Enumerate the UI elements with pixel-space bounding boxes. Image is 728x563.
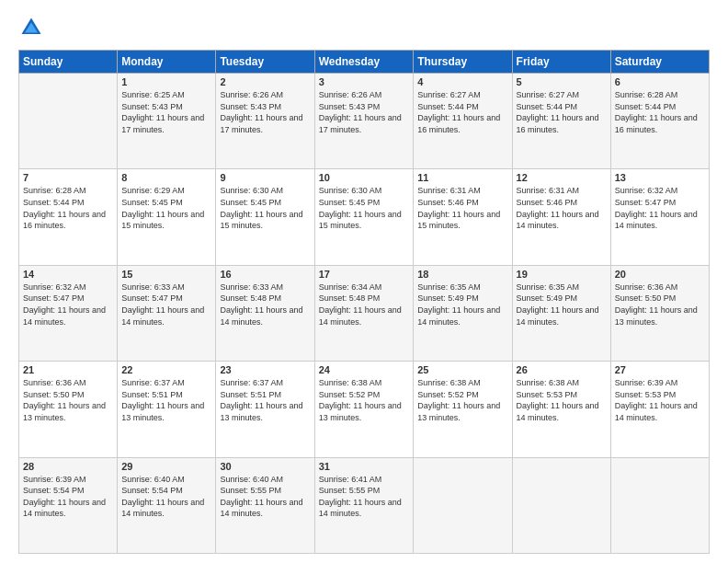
day-info: Sunrise: 6:40 AMSunset: 5:54 PMDaylight:…	[121, 474, 211, 520]
day-cell	[414, 457, 512, 553]
day-number: 12	[517, 172, 607, 183]
day-cell: 2Sunrise: 6:26 AMSunset: 5:43 PMDaylight…	[216, 74, 314, 169]
day-info: Sunrise: 6:28 AMSunset: 5:44 PMDaylight:…	[23, 185, 113, 231]
day-number: 20	[615, 269, 705, 280]
day-number: 14	[23, 269, 113, 280]
day-info: Sunrise: 6:33 AMSunset: 5:48 PMDaylight:…	[220, 282, 310, 327]
week-row-4: 21Sunrise: 6:36 AMSunset: 5:50 PMDayligh…	[19, 362, 710, 457]
day-info: Sunrise: 6:32 AMSunset: 5:47 PMDaylight:…	[23, 282, 113, 327]
day-info: Sunrise: 6:30 AMSunset: 5:45 PMDaylight:…	[220, 185, 310, 231]
day-number: 28	[23, 461, 113, 472]
day-number: 16	[220, 269, 310, 280]
day-number: 25	[417, 364, 507, 375]
day-info: Sunrise: 6:40 AMSunset: 5:55 PMDaylight:…	[220, 474, 310, 520]
logo	[18, 15, 46, 40]
day-number: 10	[319, 172, 410, 183]
day-number: 23	[220, 364, 310, 375]
day-cell: 12Sunrise: 6:31 AMSunset: 5:46 PMDayligh…	[512, 169, 610, 265]
day-cell: 7Sunrise: 6:28 AMSunset: 5:44 PMDaylight…	[19, 169, 118, 265]
day-cell: 24Sunrise: 6:38 AMSunset: 5:52 PMDayligh…	[314, 362, 414, 457]
day-cell: 23Sunrise: 6:37 AMSunset: 5:51 PMDayligh…	[216, 362, 314, 457]
calendar-body: 1Sunrise: 6:25 AMSunset: 5:43 PMDaylight…	[19, 74, 710, 554]
day-number: 17	[319, 269, 410, 280]
day-number: 31	[319, 461, 410, 472]
day-cell: 1Sunrise: 6:25 AMSunset: 5:43 PMDaylight…	[118, 74, 216, 169]
day-cell: 28Sunrise: 6:39 AMSunset: 5:54 PMDayligh…	[19, 457, 118, 553]
day-info: Sunrise: 6:27 AMSunset: 5:44 PMDaylight:…	[417, 89, 507, 135]
day-number: 13	[615, 172, 705, 183]
day-info: Sunrise: 6:38 AMSunset: 5:53 PMDaylight:…	[517, 377, 607, 423]
day-info: Sunrise: 6:38 AMSunset: 5:52 PMDaylight:…	[319, 377, 410, 423]
day-number: 26	[517, 364, 607, 375]
day-info: Sunrise: 6:39 AMSunset: 5:53 PMDaylight:…	[615, 377, 705, 423]
day-info: Sunrise: 6:35 AMSunset: 5:49 PMDaylight:…	[517, 282, 607, 327]
day-number: 24	[319, 364, 410, 375]
day-number: 2	[220, 76, 310, 87]
week-row-3: 14Sunrise: 6:32 AMSunset: 5:47 PMDayligh…	[19, 265, 710, 361]
day-info: Sunrise: 6:29 AMSunset: 5:45 PMDaylight:…	[121, 185, 211, 231]
day-number: 6	[615, 76, 705, 87]
day-header-friday: Friday	[512, 51, 610, 74]
day-number: 9	[220, 172, 310, 183]
day-info: Sunrise: 6:35 AMSunset: 5:49 PMDaylight:…	[417, 282, 507, 327]
day-number: 3	[319, 76, 410, 87]
day-info: Sunrise: 6:41 AMSunset: 5:55 PMDaylight:…	[319, 474, 410, 520]
day-number: 15	[121, 269, 211, 280]
day-info: Sunrise: 6:39 AMSunset: 5:54 PMDaylight:…	[23, 474, 113, 520]
day-header-monday: Monday	[118, 51, 216, 74]
day-info: Sunrise: 6:30 AMSunset: 5:45 PMDaylight:…	[319, 185, 410, 231]
day-cell: 10Sunrise: 6:30 AMSunset: 5:45 PMDayligh…	[314, 169, 414, 265]
day-cell: 13Sunrise: 6:32 AMSunset: 5:47 PMDayligh…	[610, 169, 709, 265]
day-header-thursday: Thursday	[414, 51, 512, 74]
day-info: Sunrise: 6:32 AMSunset: 5:47 PMDaylight:…	[615, 185, 705, 231]
day-number: 19	[517, 269, 607, 280]
day-info: Sunrise: 6:26 AMSunset: 5:43 PMDaylight:…	[319, 89, 410, 135]
day-cell: 22Sunrise: 6:37 AMSunset: 5:51 PMDayligh…	[118, 362, 216, 457]
day-info: Sunrise: 6:37 AMSunset: 5:51 PMDaylight:…	[220, 377, 310, 423]
day-header-sunday: Sunday	[19, 51, 118, 74]
calendar-header: SundayMondayTuesdayWednesdayThursdayFrid…	[19, 51, 710, 74]
day-header-wednesday: Wednesday	[314, 51, 414, 74]
day-cell: 5Sunrise: 6:27 AMSunset: 5:44 PMDaylight…	[512, 74, 610, 169]
day-cell: 31Sunrise: 6:41 AMSunset: 5:55 PMDayligh…	[314, 457, 414, 553]
day-cell: 11Sunrise: 6:31 AMSunset: 5:46 PMDayligh…	[414, 169, 512, 265]
day-info: Sunrise: 6:36 AMSunset: 5:50 PMDaylight:…	[615, 282, 705, 327]
day-info: Sunrise: 6:36 AMSunset: 5:50 PMDaylight:…	[23, 377, 113, 423]
logo-icon	[18, 15, 44, 40]
day-info: Sunrise: 6:31 AMSunset: 5:46 PMDaylight:…	[517, 185, 607, 231]
day-cell: 8Sunrise: 6:29 AMSunset: 5:45 PMDaylight…	[118, 169, 216, 265]
header	[18, 15, 710, 40]
day-cell: 9Sunrise: 6:30 AMSunset: 5:45 PMDaylight…	[216, 169, 314, 265]
day-info: Sunrise: 6:37 AMSunset: 5:51 PMDaylight:…	[121, 377, 211, 423]
week-row-1: 1Sunrise: 6:25 AMSunset: 5:43 PMDaylight…	[19, 74, 710, 169]
day-number: 7	[23, 172, 113, 183]
day-info: Sunrise: 6:26 AMSunset: 5:43 PMDaylight:…	[220, 89, 310, 135]
day-number: 5	[517, 76, 607, 87]
day-cell	[512, 457, 610, 553]
day-info: Sunrise: 6:25 AMSunset: 5:43 PMDaylight:…	[121, 89, 211, 135]
header-row: SundayMondayTuesdayWednesdayThursdayFrid…	[19, 51, 710, 74]
day-cell: 18Sunrise: 6:35 AMSunset: 5:49 PMDayligh…	[414, 265, 512, 361]
week-row-5: 28Sunrise: 6:39 AMSunset: 5:54 PMDayligh…	[19, 457, 710, 553]
day-number: 30	[220, 461, 310, 472]
day-cell: 25Sunrise: 6:38 AMSunset: 5:52 PMDayligh…	[414, 362, 512, 457]
day-number: 8	[121, 172, 211, 183]
day-info: Sunrise: 6:28 AMSunset: 5:44 PMDaylight:…	[615, 89, 705, 135]
day-number: 1	[121, 76, 211, 87]
day-cell: 26Sunrise: 6:38 AMSunset: 5:53 PMDayligh…	[512, 362, 610, 457]
day-cell: 14Sunrise: 6:32 AMSunset: 5:47 PMDayligh…	[19, 265, 118, 361]
day-cell: 4Sunrise: 6:27 AMSunset: 5:44 PMDaylight…	[414, 74, 512, 169]
day-cell: 17Sunrise: 6:34 AMSunset: 5:48 PMDayligh…	[314, 265, 414, 361]
day-number: 18	[417, 269, 507, 280]
week-row-2: 7Sunrise: 6:28 AMSunset: 5:44 PMDaylight…	[19, 169, 710, 265]
day-cell: 27Sunrise: 6:39 AMSunset: 5:53 PMDayligh…	[610, 362, 709, 457]
day-cell: 19Sunrise: 6:35 AMSunset: 5:49 PMDayligh…	[512, 265, 610, 361]
page: SundayMondayTuesdayWednesdayThursdayFrid…	[0, 0, 728, 563]
day-cell: 29Sunrise: 6:40 AMSunset: 5:54 PMDayligh…	[118, 457, 216, 553]
day-cell: 30Sunrise: 6:40 AMSunset: 5:55 PMDayligh…	[216, 457, 314, 553]
day-header-saturday: Saturday	[610, 51, 709, 74]
day-info: Sunrise: 6:33 AMSunset: 5:47 PMDaylight:…	[121, 282, 211, 327]
day-cell: 3Sunrise: 6:26 AMSunset: 5:43 PMDaylight…	[314, 74, 414, 169]
day-cell: 20Sunrise: 6:36 AMSunset: 5:50 PMDayligh…	[610, 265, 709, 361]
day-cell: 15Sunrise: 6:33 AMSunset: 5:47 PMDayligh…	[118, 265, 216, 361]
